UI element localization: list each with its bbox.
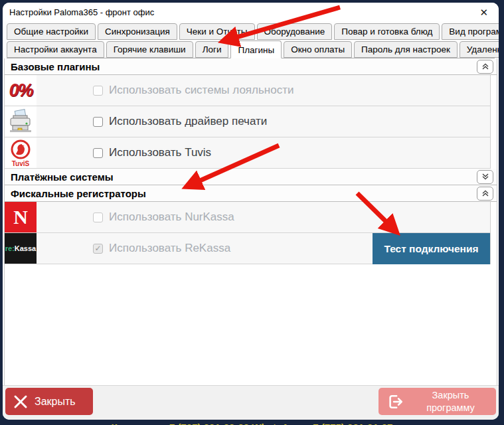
fiscal-registrar-rows: N Использовать NurKassa re:Kassa ✓ Испол… bbox=[5, 202, 491, 264]
tab-program-view[interactable]: Вид программы bbox=[442, 23, 499, 40]
x-icon bbox=[13, 394, 28, 409]
close-button[interactable]: Закрыть bbox=[5, 388, 93, 415]
tab-receipts-reports[interactable]: Чеки и Отчеты bbox=[179, 23, 255, 40]
tab-remote-access[interactable]: Удаленный доступ bbox=[460, 41, 499, 58]
tab-settings-password[interactable]: Пароль для настроек bbox=[354, 41, 458, 58]
tab-general-settings[interactable]: Общие настройки bbox=[7, 23, 96, 40]
bottom-button-bar: Закрыть Закрыть программу bbox=[3, 385, 499, 420]
rekassa-icon: re:Kassa bbox=[5, 233, 37, 264]
tab-hotkeys[interactable]: Горячие клавиши bbox=[106, 41, 193, 58]
rekassa-checkbox[interactable]: ✓ bbox=[93, 244, 103, 254]
tab-logs[interactable]: Логи bbox=[195, 41, 229, 58]
close-button-label: Закрыть bbox=[35, 396, 76, 408]
tab-payment-window[interactable]: Окно оплаты bbox=[284, 41, 352, 58]
tab-row-1: Общие настройки Синхронизация Чеки и Отч… bbox=[7, 23, 495, 41]
section-title: Фискальные регистраторы bbox=[11, 188, 146, 199]
double-chevron-up-icon bbox=[481, 62, 489, 70]
tab-equipment[interactable]: Оборудование bbox=[257, 23, 333, 40]
tuvis-checkbox[interactable] bbox=[93, 148, 103, 158]
loyalty-checkbox[interactable] bbox=[93, 86, 103, 96]
base-plugins-rows: 0% Использовать системы лояльности bbox=[5, 75, 491, 169]
exit-icon bbox=[386, 392, 405, 411]
collapse-up-button[interactable] bbox=[477, 60, 493, 74]
expand-down-button[interactable] bbox=[477, 170, 493, 184]
section-header-payment-systems: Платёжные системы bbox=[5, 169, 497, 185]
plugin-row-loyalty: 0% Использовать системы лояльности bbox=[5, 75, 490, 106]
rekassa-icon-kassa: Kassa bbox=[15, 244, 36, 252]
tab-account-settings[interactable]: Настройки аккаунта bbox=[7, 41, 104, 58]
tab-plugins[interactable]: Плагины bbox=[230, 41, 282, 58]
footer-contact-strip: Казахстан +7 (727) 331-23-33 WhatsApp: +… bbox=[0, 420, 504, 425]
printer-icon bbox=[5, 106, 37, 137]
plugins-panel: Базовые плагины 0% Использовать системы … bbox=[4, 58, 497, 385]
close-program-button[interactable]: Закрыть программу bbox=[378, 388, 496, 415]
settings-window: Настройки Paloma365 - фронт офис ✕ Общие… bbox=[3, 3, 499, 420]
plugin-row-printer: Использовать драйвер печати bbox=[5, 106, 490, 137]
rekassa-icon-re: re: bbox=[5, 244, 15, 252]
rekassa-label: Использовать ReKassa bbox=[109, 242, 230, 255]
plugin-row-nurkassa: N Использовать NurKassa bbox=[5, 202, 490, 233]
printer-label: Использовать драйвер печати bbox=[109, 115, 267, 128]
title-bar: Настройки Paloma365 - фронт офис ✕ bbox=[3, 3, 499, 21]
section-title: Базовые плагины bbox=[11, 61, 100, 72]
section-header-fiscal-registrars: Фискальные регистраторы bbox=[5, 185, 497, 202]
footer-contact-text: Казахстан +7 (727) 331-23-33 WhatsApp: +… bbox=[0, 422, 504, 425]
nurkassa-icon: N bbox=[5, 202, 37, 232]
nurkassa-label: Использовать NurKassa bbox=[109, 211, 234, 224]
loyalty-zero-percent-icon: 0% bbox=[5, 75, 37, 106]
tab-synchronization[interactable]: Синхронизация bbox=[98, 23, 177, 40]
loyalty-label: Использовать системы лояльности bbox=[109, 84, 294, 97]
tab-strip: Общие настройки Синхронизация Чеки и Отч… bbox=[3, 21, 499, 58]
double-chevron-down-icon bbox=[481, 173, 489, 181]
window-title: Настройки Paloma365 - фронт офис bbox=[9, 7, 154, 17]
tuvis-label: Использовать Tuvis bbox=[109, 146, 211, 159]
tuvis-icon: TuviS bbox=[5, 137, 37, 168]
plugin-row-rekassa: re:Kassa ✓ Использовать ReKassa Тест под… bbox=[5, 233, 490, 264]
double-chevron-up-icon bbox=[481, 189, 489, 197]
section-title: Платёжные системы bbox=[11, 171, 114, 183]
tuvis-caption: TuviS bbox=[12, 161, 29, 167]
collapse-up-button[interactable] bbox=[477, 187, 493, 201]
tab-row-2: Настройки аккаунта Горячие клавиши Логи … bbox=[7, 41, 495, 58]
plugin-row-tuvis: TuviS Использовать Tuvis bbox=[5, 137, 490, 169]
nurkassa-checkbox[interactable] bbox=[93, 212, 103, 222]
test-connection-button[interactable]: Тест подключения bbox=[373, 233, 490, 264]
close-program-label: Закрыть программу bbox=[410, 389, 491, 413]
section-header-base-plugins: Базовые плагины bbox=[5, 58, 497, 75]
tab-cook-dishes[interactable]: Повар и готовка блюд bbox=[334, 23, 440, 40]
window-close-icon[interactable]: ✕ bbox=[477, 6, 491, 19]
printer-checkbox[interactable] bbox=[93, 117, 103, 127]
